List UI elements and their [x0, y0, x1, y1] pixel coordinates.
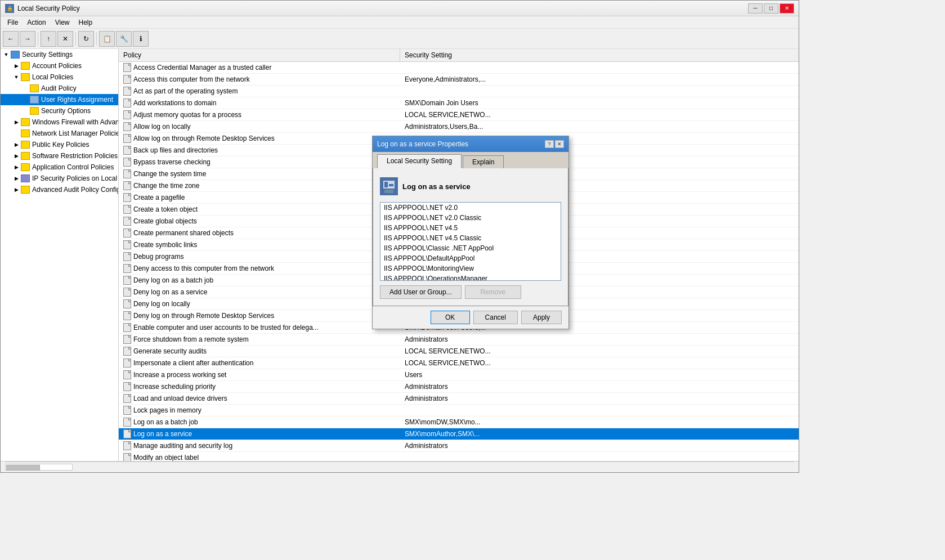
export-button[interactable]: 📋 — [99, 31, 115, 47]
tab-explain[interactable]: Explain — [463, 155, 504, 168]
policy-cell: Increase a process working set — [119, 369, 400, 380]
maximize-button[interactable]: □ — [764, 3, 778, 14]
expand-icon: ▶ — [12, 118, 21, 127]
refresh-button[interactable]: ↻ — [78, 31, 94, 47]
setting-cell — [400, 456, 799, 459]
tab-local-security-setting[interactable]: Local Security Setting — [377, 154, 462, 168]
tree-label: Security Options — [41, 107, 91, 115]
tree-item-advanced-audit[interactable]: ▶ Advanced Audit Policy Configuration — [1, 184, 118, 195]
tree-item-security-options[interactable]: Security Options — [1, 105, 118, 117]
folder-icon — [11, 51, 20, 59]
list-row[interactable]: Generate security auditsLOCAL SERVICE,NE… — [119, 346, 799, 357]
expand-icon: ▶ — [12, 151, 21, 160]
col-header-setting[interactable]: Security Setting — [400, 49, 799, 61]
menu-file[interactable]: File — [3, 17, 23, 28]
setting-cell: Users — [400, 370, 799, 380]
cancel-button[interactable]: Cancel — [473, 311, 518, 324]
scrollbar-area — [5, 462, 794, 472]
back-button[interactable]: ← — [3, 31, 19, 47]
policy-cell: Modify an object label — [119, 452, 400, 461]
tree-item-security-settings[interactable]: ▼ Security Settings — [1, 49, 118, 60]
close-button[interactable]: ✕ — [780, 3, 794, 14]
tree-item-network-list[interactable]: Network List Manager Policies — [1, 128, 118, 139]
tree-label: Public Key Policies — [32, 141, 89, 149]
tree-item-public-key[interactable]: ▶ Public Key Policies — [1, 139, 118, 150]
folder-icon — [21, 118, 30, 126]
list-row[interactable]: Lock pages in memory — [119, 405, 799, 416]
policy-icon — [123, 276, 131, 285]
list-row[interactable]: Force shutdown from a remote systemAdmin… — [119, 334, 799, 346]
up-button[interactable]: ↑ — [41, 31, 56, 47]
policy-cell: Create permanent shared objects — [119, 227, 400, 239]
menu-view[interactable]: View — [51, 17, 74, 28]
list-row[interactable]: Allow log on locallyAdministrators,Users… — [119, 121, 799, 133]
tree-label: Audit Policy — [41, 84, 77, 92]
list-row[interactable]: Log on as a batch jobSMX\momDW,SMX\mo... — [119, 416, 799, 428]
policy-icon — [123, 418, 131, 427]
tree-item-software-restriction[interactable]: ▶ Software Restriction Policies — [1, 150, 118, 162]
list-row[interactable]: Impersonate a client after authenticatio… — [119, 357, 799, 369]
folder-icon — [30, 107, 39, 115]
minimize-button[interactable]: ─ — [748, 3, 763, 14]
tree-item-local-policies[interactable]: ▼ Local Policies — [1, 71, 118, 83]
list-row[interactable]: Access this computer from the networkEve… — [119, 74, 799, 86]
horizontal-scrollbar[interactable] — [5, 464, 73, 471]
listbox-item[interactable]: IIS APPPOOL\.NET v4.5 — [380, 223, 561, 233]
expand-icon — [21, 84, 30, 93]
add-user-group-button[interactable]: Add User or Group... — [380, 285, 462, 299]
tree-item-audit-policy[interactable]: Audit Policy — [1, 83, 118, 94]
ok-button[interactable]: OK — [431, 311, 470, 324]
tree-item-windows-firewall[interactable]: ▶ Windows Firewall with Advanced Secu... — [1, 117, 118, 128]
list-row[interactable]: Increase a process working setUsers — [119, 369, 799, 381]
menu-help[interactable]: Help — [74, 17, 97, 28]
dialog-help-button[interactable]: ? — [545, 140, 554, 148]
apply-button[interactable]: Apply — [521, 311, 562, 324]
listbox-item[interactable]: IIS APPPOOL\.NET v4.5 Classic — [380, 233, 561, 243]
setting-cell — [400, 90, 799, 92]
expand-icon: ▶ — [12, 140, 21, 149]
policy-icon — [123, 453, 131, 461]
list-row[interactable]: Add workstations to domainSMX\Domain Joi… — [119, 97, 799, 109]
help-button[interactable]: ℹ — [133, 31, 149, 47]
forward-button[interactable]: → — [20, 31, 35, 47]
toolbar-separator-3 — [96, 32, 97, 46]
list-row[interactable]: Manage auditing and security logAdminist… — [119, 440, 799, 452]
dialog-service-header: Log on as a service — [380, 175, 561, 198]
list-row[interactable]: Adjust memory quotas for a processLOCAL … — [119, 109, 799, 121]
tree-item-user-rights[interactable]: User Rights Assignment — [1, 94, 118, 105]
listbox-item[interactable]: IIS APPPOOL\MonitoringView — [380, 263, 561, 274]
menu-action[interactable]: Action — [23, 17, 50, 28]
policy-icon — [123, 406, 131, 415]
listbox-item[interactable]: IIS APPPOOL\.NET v2.0 — [380, 203, 561, 213]
setting-cell: LOCAL SERVICE,NETWO... — [400, 110, 799, 120]
tree-item-ip-security[interactable]: ▶ IP Security Policies on Local Compute.… — [1, 173, 118, 184]
stop-button[interactable]: ✕ — [57, 31, 73, 47]
properties-button[interactable]: 🔧 — [116, 31, 132, 47]
tree-label: User Rights Assignment — [41, 96, 113, 104]
listbox-item[interactable]: IIS APPPOOL\DefaultAppPool — [380, 253, 561, 263]
toolbar-separator-2 — [75, 32, 76, 46]
dialog-listbox[interactable]: IIS APPPOOL\.NET v2.0IIS APPPOOL\.NET v2… — [380, 202, 561, 281]
list-row[interactable]: Load and unload device driversAdministra… — [119, 393, 799, 405]
remove-button[interactable]: Remove — [465, 285, 521, 299]
policy-icon — [123, 335, 131, 344]
policy-icon — [123, 217, 131, 226]
policy-cell: Log on as a batch job — [119, 416, 400, 428]
policy-cell: Allow log on through Remote Desktop Serv… — [119, 133, 400, 144]
tree-item-account-policies[interactable]: ▶ Account Policies — [1, 60, 118, 71]
col-header-policy[interactable]: Policy — [119, 49, 400, 61]
tree-item-application-control[interactable]: ▶ Application Control Policies — [1, 162, 118, 173]
folder-icon — [30, 96, 39, 104]
listbox-item[interactable]: IIS APPPOOL\OperationsManager — [380, 274, 561, 281]
listbox-item[interactable]: IIS APPPOOL\Classic .NET AppPool — [380, 243, 561, 253]
list-row[interactable]: Increase scheduling priorityAdministrato… — [119, 381, 799, 393]
listbox-item[interactable]: IIS APPPOOL\.NET v2.0 Classic — [380, 213, 561, 223]
list-row[interactable]: Act as part of the operating system — [119, 86, 799, 97]
list-row[interactable]: Log on as a serviceSMX\momAuthor,SMX\... — [119, 428, 799, 440]
policy-icon — [123, 110, 131, 119]
list-row[interactable]: Modify an object label — [119, 452, 799, 461]
setting-cell: Everyone,Administrators,... — [400, 74, 799, 84]
dialog-close-button[interactable]: ✕ — [555, 140, 564, 148]
title-bar: 🔒 Local Security Policy ─ □ ✕ — [1, 1, 799, 16]
list-row[interactable]: Access Credential Manager as a trusted c… — [119, 62, 799, 74]
